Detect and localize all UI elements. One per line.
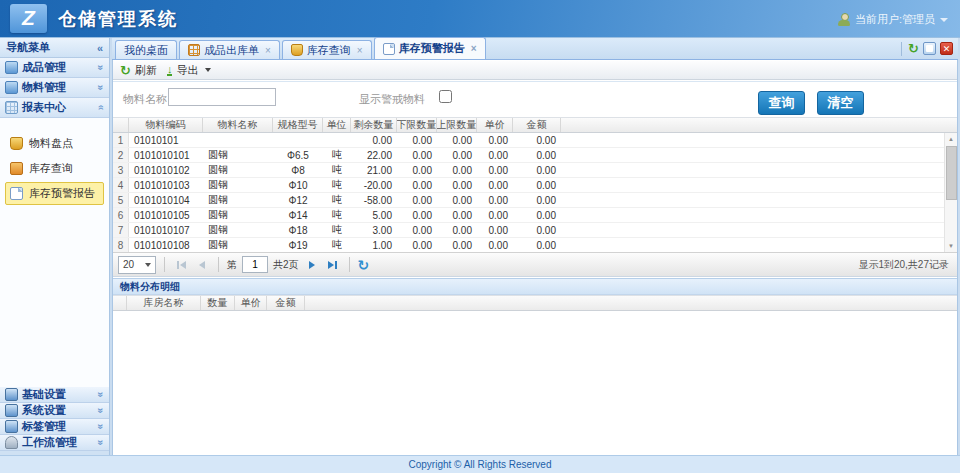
- column-header[interactable]: 物料名称: [203, 118, 273, 132]
- table-row[interactable]: 40101010103圆钢Φ10吨-20.000.000.000.000.00: [113, 178, 957, 193]
- column-header[interactable]: 单位: [323, 118, 351, 132]
- column-header[interactable]: 单价: [477, 118, 513, 132]
- table-cell: 圆钢: [203, 223, 273, 237]
- table-row[interactable]: 50101010104圆钢Φ12吨-58.000.000.000.000.00: [113, 193, 957, 208]
- table-cell: 吨: [323, 238, 351, 252]
- user-icon: [838, 13, 850, 26]
- system-settings-icon: [5, 404, 18, 417]
- tab[interactable]: 我的桌面: [115, 40, 177, 59]
- doc-icon: [383, 43, 395, 55]
- maximize-icon[interactable]: [923, 42, 936, 55]
- detail-column-header[interactable]: 数量: [201, 296, 235, 310]
- material-name-input[interactable]: [168, 88, 276, 106]
- export-button[interactable]: ↓ 导出: [167, 63, 212, 78]
- column-header[interactable]: 剩余数量: [351, 118, 397, 132]
- table-cell: 0101010101: [129, 148, 203, 162]
- query-button[interactable]: 查询: [758, 91, 805, 115]
- triangle-right-icon: [328, 261, 334, 269]
- vertical-scrollbar[interactable]: ▲ ▼: [944, 133, 957, 252]
- sidebar-group[interactable]: 工作流管理»: [0, 435, 109, 451]
- sidebar-group[interactable]: 标签管理»: [0, 419, 109, 435]
- table-cell: 0.00: [437, 238, 477, 252]
- table-row[interactable]: 80101010108圆钢Φ19吨1.000.000.000.000.00: [113, 238, 957, 252]
- tab[interactable]: 成品出库单×: [179, 40, 280, 59]
- chevron-double-down-icon: »: [96, 65, 107, 71]
- reload-grid-icon[interactable]: ↻: [358, 258, 370, 272]
- table-cell: 0.00: [437, 178, 477, 192]
- column-header[interactable]: 下限数量: [397, 118, 437, 132]
- stock-query-icon: [10, 162, 23, 175]
- detail-column-header[interactable]: 单价: [235, 296, 267, 310]
- sidebar-collapse-icon[interactable]: «: [97, 42, 103, 54]
- table-cell: [203, 133, 273, 147]
- grid-toolbar: ↻ 刷新 ↓ 导出: [113, 61, 957, 80]
- refresh-tab-icon[interactable]: ↻: [908, 42, 919, 55]
- sidebar-group[interactable]: 系统设置»: [0, 403, 109, 419]
- row-number: 8: [113, 238, 129, 252]
- table-cell: Φ14: [273, 208, 323, 222]
- sidebar-group[interactable]: 基础设置»: [0, 387, 109, 403]
- detail-column-header[interactable]: 金额: [267, 296, 305, 310]
- first-page-icon: [177, 261, 179, 269]
- app-title: 仓储管理系统: [58, 7, 178, 31]
- page-size-select[interactable]: 20: [118, 256, 156, 274]
- report-center-icon: [5, 101, 18, 114]
- column-header[interactable]: 上限数量: [437, 118, 477, 132]
- base-settings-icon: [5, 388, 18, 401]
- page-suffix-label: 共2页: [273, 258, 299, 272]
- page-number-input[interactable]: [242, 256, 268, 273]
- first-page-button[interactable]: [173, 257, 189, 273]
- tab-close-icon[interactable]: ×: [357, 45, 363, 56]
- table-cell: Φ18: [273, 223, 323, 237]
- detail-column-header[interactable]: 库房名称: [127, 296, 201, 310]
- table-cell: -58.00: [351, 193, 397, 207]
- tab-label: 库存预警报告: [399, 41, 465, 56]
- detail-column-header-filler: [305, 296, 957, 310]
- next-page-button[interactable]: [304, 257, 320, 273]
- sidebar-group[interactable]: 报表中心»: [0, 98, 109, 118]
- divider: [218, 257, 219, 272]
- scroll-up-icon[interactable]: ▲: [945, 133, 957, 145]
- show-warning-checkbox[interactable]: [439, 90, 452, 103]
- chevron-down-icon: [940, 18, 948, 22]
- table-cell: 0.00: [513, 163, 561, 177]
- detail-panel-title: 物料分布明细: [120, 280, 180, 294]
- table-cell: 圆钢: [203, 148, 273, 162]
- sidebar-item-label: 物料盘点: [29, 136, 73, 151]
- table-row[interactable]: 70101010107圆钢Φ18吨3.000.000.000.000.00: [113, 223, 957, 238]
- column-header[interactable]: 物料编码: [129, 118, 203, 132]
- tab[interactable]: 库存查询×: [282, 40, 372, 59]
- detail-grid-header-row: 库房名称数量单价金额: [113, 295, 957, 311]
- scrollbar-thumb[interactable]: [946, 146, 957, 200]
- table-row[interactable]: 30101010102圆钢Φ8吨21.000.000.000.000.00: [113, 163, 957, 178]
- table-row[interactable]: 20101010101圆钢Φ6.5吨22.000.000.000.000.00: [113, 148, 957, 163]
- sidebar-item[interactable]: 库存预警报告: [5, 182, 104, 205]
- table-row[interactable]: 1010101010.000.000.000.000.00: [113, 133, 957, 148]
- column-header[interactable]: 金额: [513, 118, 561, 132]
- sidebar-group-label: 标签管理: [22, 419, 66, 434]
- table-row[interactable]: 60101010105圆钢Φ14吨5.000.000.000.000.00: [113, 208, 957, 223]
- tab-close-icon[interactable]: ×: [471, 43, 477, 54]
- clear-button[interactable]: 清空: [817, 91, 864, 115]
- tab[interactable]: 库存预警报告×: [374, 37, 486, 59]
- table-cell: 0.00: [513, 208, 561, 222]
- table-cell: 圆钢: [203, 238, 273, 252]
- sidebar-group[interactable]: 物料管理»: [0, 78, 109, 98]
- column-header[interactable]: 规格型号: [273, 118, 323, 132]
- tab-close-icon[interactable]: ×: [265, 45, 271, 56]
- table-cell: -20.00: [351, 178, 397, 192]
- close-tab-icon[interactable]: ✕: [940, 42, 953, 55]
- scroll-down-icon[interactable]: ▼: [945, 240, 957, 252]
- last-page-button[interactable]: [325, 257, 341, 273]
- table-cell: Φ6.5: [273, 148, 323, 162]
- prev-page-button[interactable]: [194, 257, 210, 273]
- sidebar-item[interactable]: 物料盘点: [5, 132, 104, 155]
- refresh-button[interactable]: ↻ 刷新: [120, 63, 157, 78]
- sidebar-group[interactable]: 成品管理»: [0, 58, 109, 78]
- current-user-menu[interactable]: 当前用户:管理员: [838, 12, 948, 27]
- table-cell: [273, 133, 323, 147]
- app-logo: Z: [10, 4, 47, 33]
- tab-strip-tools: ↻ ✕: [896, 42, 958, 56]
- basket-icon: [10, 137, 23, 150]
- sidebar-item[interactable]: 库存查询: [5, 157, 104, 180]
